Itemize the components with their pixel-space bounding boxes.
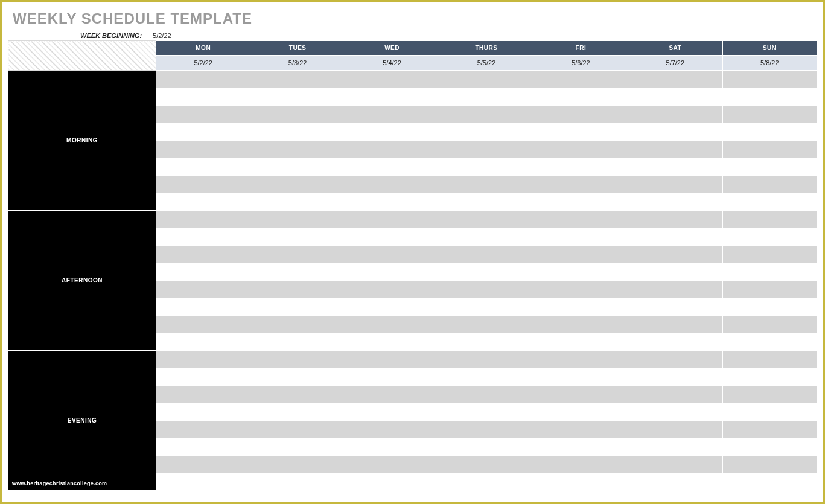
schedule-cell[interactable] (534, 141, 628, 158)
schedule-cell[interactable] (439, 71, 534, 88)
schedule-cell[interactable] (250, 141, 345, 158)
schedule-cell[interactable] (345, 351, 439, 368)
schedule-cell[interactable] (250, 298, 345, 316)
schedule-cell[interactable] (628, 368, 722, 386)
schedule-cell[interactable] (722, 456, 817, 473)
schedule-cell[interactable] (439, 456, 534, 473)
schedule-cell[interactable] (345, 106, 439, 123)
schedule-cell[interactable] (156, 263, 250, 281)
schedule-cell[interactable] (722, 263, 817, 281)
schedule-cell[interactable] (345, 88, 439, 106)
schedule-cell[interactable] (534, 193, 628, 211)
schedule-cell[interactable] (722, 281, 817, 298)
schedule-cell[interactable] (156, 141, 250, 158)
schedule-cell[interactable] (345, 123, 439, 141)
schedule-cell[interactable] (156, 228, 250, 246)
schedule-cell[interactable] (156, 403, 250, 421)
schedule-cell[interactable] (345, 246, 439, 263)
schedule-cell[interactable] (628, 298, 722, 316)
schedule-cell[interactable] (250, 473, 345, 491)
schedule-cell[interactable] (534, 438, 628, 456)
schedule-cell[interactable] (345, 71, 439, 88)
schedule-cell[interactable] (628, 71, 722, 88)
schedule-cell[interactable] (345, 141, 439, 158)
schedule-cell[interactable] (534, 456, 628, 473)
schedule-cell[interactable] (439, 368, 534, 386)
schedule-cell[interactable] (250, 123, 345, 141)
schedule-cell[interactable] (628, 281, 722, 298)
schedule-cell[interactable] (156, 193, 250, 211)
schedule-cell[interactable] (250, 71, 345, 88)
schedule-cell[interactable] (345, 438, 439, 456)
schedule-cell[interactable] (250, 438, 345, 456)
schedule-cell[interactable] (628, 176, 722, 193)
schedule-cell[interactable] (628, 316, 722, 333)
schedule-cell[interactable] (345, 386, 439, 403)
schedule-cell[interactable] (250, 193, 345, 211)
schedule-cell[interactable] (345, 473, 439, 491)
schedule-cell[interactable] (345, 403, 439, 421)
schedule-cell[interactable] (439, 473, 534, 491)
schedule-cell[interactable] (156, 386, 250, 403)
schedule-cell[interactable] (722, 316, 817, 333)
schedule-cell[interactable] (534, 316, 628, 333)
schedule-cell[interactable] (628, 123, 722, 141)
schedule-cell[interactable] (439, 263, 534, 281)
schedule-cell[interactable] (156, 281, 250, 298)
schedule-cell[interactable] (345, 456, 439, 473)
schedule-cell[interactable] (156, 438, 250, 456)
schedule-cell[interactable] (156, 298, 250, 316)
schedule-cell[interactable] (439, 403, 534, 421)
schedule-cell[interactable] (250, 421, 345, 438)
schedule-cell[interactable] (628, 351, 722, 368)
schedule-cell[interactable] (628, 403, 722, 421)
schedule-cell[interactable] (534, 123, 628, 141)
schedule-cell[interactable] (534, 473, 628, 491)
schedule-cell[interactable] (156, 246, 250, 263)
schedule-cell[interactable] (250, 176, 345, 193)
schedule-cell[interactable] (722, 88, 817, 106)
schedule-cell[interactable] (156, 158, 250, 176)
schedule-cell[interactable] (628, 456, 722, 473)
schedule-cell[interactable] (439, 106, 534, 123)
schedule-cell[interactable] (439, 298, 534, 316)
schedule-cell[interactable] (628, 193, 722, 211)
schedule-cell[interactable] (439, 88, 534, 106)
schedule-cell[interactable] (250, 316, 345, 333)
schedule-cell[interactable] (722, 193, 817, 211)
schedule-cell[interactable] (250, 351, 345, 368)
schedule-cell[interactable] (628, 333, 722, 351)
schedule-cell[interactable] (439, 281, 534, 298)
schedule-cell[interactable] (534, 281, 628, 298)
schedule-cell[interactable] (722, 298, 817, 316)
schedule-cell[interactable] (628, 386, 722, 403)
schedule-cell[interactable] (628, 473, 722, 491)
schedule-cell[interactable] (534, 351, 628, 368)
schedule-cell[interactable] (628, 211, 722, 228)
schedule-cell[interactable] (628, 438, 722, 456)
schedule-cell[interactable] (628, 141, 722, 158)
schedule-cell[interactable] (250, 281, 345, 298)
schedule-cell[interactable] (722, 333, 817, 351)
schedule-cell[interactable] (250, 158, 345, 176)
schedule-cell[interactable] (250, 228, 345, 246)
schedule-cell[interactable] (722, 176, 817, 193)
schedule-cell[interactable] (722, 141, 817, 158)
schedule-cell[interactable] (534, 176, 628, 193)
schedule-cell[interactable] (156, 211, 250, 228)
schedule-cell[interactable] (628, 421, 722, 438)
schedule-cell[interactable] (628, 158, 722, 176)
schedule-cell[interactable] (534, 298, 628, 316)
schedule-cell[interactable] (345, 176, 439, 193)
schedule-cell[interactable] (722, 403, 817, 421)
schedule-cell[interactable] (345, 228, 439, 246)
schedule-cell[interactable] (345, 298, 439, 316)
schedule-cell[interactable] (534, 246, 628, 263)
schedule-cell[interactable] (250, 211, 345, 228)
schedule-cell[interactable] (250, 106, 345, 123)
schedule-cell[interactable] (156, 333, 250, 351)
schedule-cell[interactable] (250, 403, 345, 421)
schedule-cell[interactable] (156, 71, 250, 88)
schedule-cell[interactable] (722, 351, 817, 368)
schedule-cell[interactable] (156, 123, 250, 141)
